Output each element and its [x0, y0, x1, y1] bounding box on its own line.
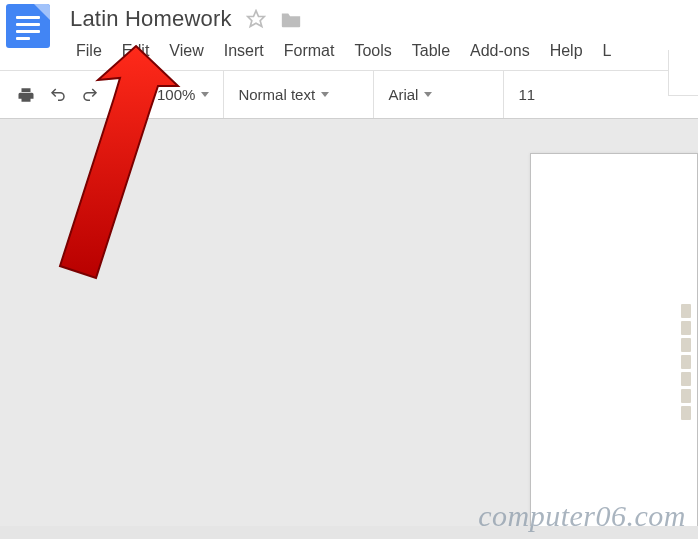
paragraph-style-dropdown[interactable]: Normal text [234, 86, 333, 103]
menu-tools[interactable]: Tools [344, 38, 401, 64]
menu-truncated[interactable]: L [593, 38, 622, 64]
page-text-fragment [681, 304, 691, 420]
menu-insert[interactable]: Insert [214, 38, 274, 64]
toolbar: 100% Normal text Arial 11 [0, 71, 698, 119]
undo-icon[interactable] [48, 85, 68, 105]
ruler[interactable] [0, 133, 698, 137]
print-icon[interactable] [16, 85, 36, 105]
watermark: computer06.com [0, 493, 698, 539]
zoom-dropdown[interactable]: 100% [153, 86, 213, 103]
svg-marker-0 [247, 11, 264, 27]
menu-addons[interactable]: Add-ons [460, 38, 540, 64]
document-title[interactable]: Latin Homework [70, 6, 232, 32]
redo-icon[interactable] [80, 85, 100, 105]
toolbar-group-actions [6, 71, 143, 118]
menu-help[interactable]: Help [540, 38, 593, 64]
chevron-down-icon [201, 92, 209, 97]
header-right: Latin Homework File Edit View Insert For… [60, 0, 698, 70]
watermark-text: computer06.com [478, 499, 686, 533]
app-root: Latin Homework File Edit View Insert For… [0, 0, 698, 539]
font-family-value: Arial [388, 86, 418, 103]
toolbar-group-fontsize: 11 [504, 71, 549, 118]
toolbar-group-zoom: 100% [143, 71, 224, 118]
menu-format[interactable]: Format [274, 38, 345, 64]
document-page[interactable] [530, 153, 698, 526]
font-size-value: 11 [518, 86, 535, 103]
header-bar: Latin Homework File Edit View Insert For… [0, 0, 698, 71]
chevron-down-icon [321, 92, 329, 97]
folder-icon[interactable] [280, 9, 302, 29]
docs-logo-icon[interactable] [6, 4, 50, 48]
title-row: Latin Homework [60, 4, 698, 34]
font-family-dropdown[interactable]: Arial [384, 86, 436, 103]
font-size-dropdown[interactable]: 11 [514, 86, 539, 103]
header-scrollbar[interactable] [668, 50, 698, 96]
chevron-down-icon [424, 92, 432, 97]
paint-format-icon[interactable] [112, 85, 132, 105]
menu-table[interactable]: Table [402, 38, 460, 64]
menu-file[interactable]: File [66, 38, 112, 64]
paragraph-style-value: Normal text [238, 86, 315, 103]
zoom-value: 100% [157, 86, 195, 103]
toolbar-group-font: Arial [374, 71, 504, 118]
menu-bar: File Edit View Insert Format Tools Table… [60, 34, 698, 70]
star-icon[interactable] [246, 9, 266, 29]
menu-view[interactable]: View [159, 38, 213, 64]
logo-wrap [0, 0, 60, 48]
document-canvas[interactable] [0, 119, 698, 526]
menu-edit[interactable]: Edit [112, 38, 160, 64]
toolbar-group-style: Normal text [224, 71, 374, 118]
